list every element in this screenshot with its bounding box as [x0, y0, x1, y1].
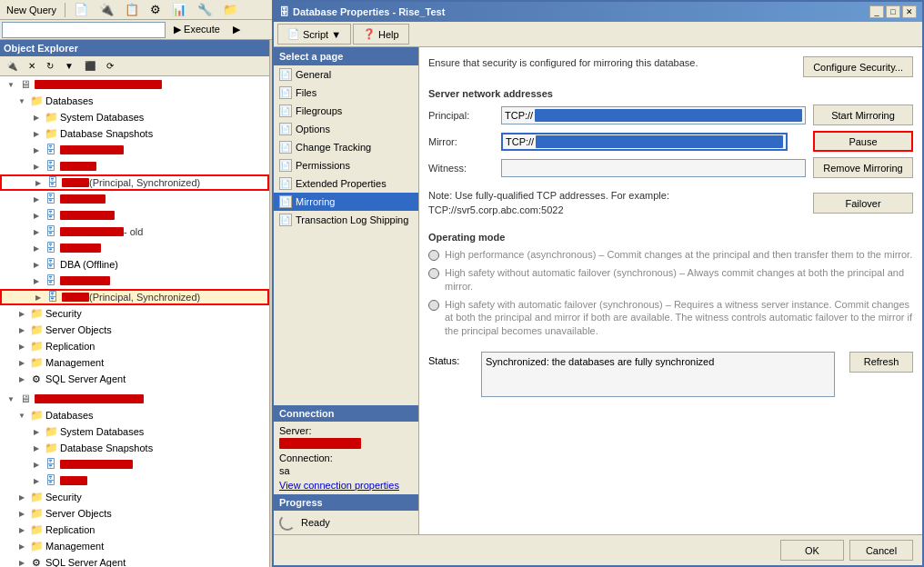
configure-security-btn[interactable]: Configure Security... [803, 56, 913, 77]
databases-item[interactable]: ▼ 📁 Databases [0, 93, 269, 109]
expand-replication2[interactable]: ▶ [15, 522, 29, 537]
help-btn[interactable]: ❓ Help [353, 24, 409, 45]
disconnect-btn[interactable]: ✕ [24, 57, 40, 75]
expand-db6[interactable]: ▶ [29, 241, 44, 255]
pause-btn[interactable]: Pause [813, 131, 913, 152]
server-root2-item[interactable]: ▼ 🖥 [0, 391, 269, 407]
databases2-item[interactable]: ▼ 📁 Databases [0, 407, 269, 423]
start-mirroring-btn[interactable]: Start Mirroring [813, 104, 913, 125]
view-connection-link[interactable]: View connection properties [279, 480, 399, 491]
connect-btn[interactable]: 🔌 [2, 57, 22, 75]
toolbar-icon-5[interactable]: 📊 [167, 1, 191, 19]
snapshots2-item[interactable]: ▶ 📁 Database Snapshots [0, 440, 269, 456]
security-item[interactable]: ▶ 📁 Security [0, 305, 269, 322]
toolbar-icon-1[interactable]: 📄 [69, 1, 93, 19]
db-redacted-4[interactable]: ▶ 🗄 [0, 207, 269, 224]
expand-sql-agent[interactable]: ▶ [15, 372, 29, 386]
expand-sql-agent2[interactable]: ▶ [15, 555, 29, 567]
expand-db2[interactable]: ▶ [29, 159, 44, 174]
db-snapshots-item[interactable]: ▶ 📁 Database Snapshots [0, 125, 269, 142]
server-root-item[interactable]: ▼ 🖥 [0, 76, 269, 93]
nav-item-permissions[interactable]: 📄 Permissions [274, 156, 418, 174]
db-rise-item[interactable]: ▶ 🗄 [0, 472, 269, 489]
expand-db5[interactable]: ▶ [29, 224, 44, 239]
expand-db1[interactable]: ▶ [29, 143, 44, 157]
new-query-btn[interactable]: New Query [2, 1, 61, 19]
principal-input[interactable]: TCP:// [501, 106, 806, 124]
refresh-btn[interactable]: Refresh [849, 352, 913, 373]
expand-snapshots2[interactable]: ▶ [29, 441, 44, 455]
nav-item-options[interactable]: 📄 Options [274, 120, 418, 138]
db-redacted-8[interactable]: ▶ 🗄 [0, 456, 269, 472]
security2-item[interactable]: ▶ 📁 Security [0, 489, 269, 505]
highlighted-db-item[interactable]: ▶ 🗄 (Principal, Synchronized) [0, 174, 269, 191]
radio-btn-1[interactable] [428, 250, 439, 261]
nav-item-filegroups[interactable]: 📄 Filegroups [274, 102, 418, 120]
expand-sys-db[interactable]: ▶ [29, 110, 44, 124]
query-input[interactable] [2, 22, 166, 38]
expand-rise[interactable]: ▶ [29, 473, 44, 488]
stop-btn[interactable]: ⬛ [80, 57, 100, 75]
sync-btn[interactable]: ⟳ [102, 57, 118, 75]
toolbar-icon-3[interactable]: 📋 [120, 1, 144, 19]
witness-input[interactable] [501, 159, 806, 177]
db-redacted-6[interactable]: ▶ 🗄 [0, 240, 269, 256]
expand-replication[interactable]: ▶ [15, 339, 29, 353]
nav-item-general[interactable]: 📄 General [274, 65, 418, 84]
management2-item[interactable]: ▶ 📁 Management [0, 538, 269, 554]
expand-sys-db2[interactable]: ▶ [29, 424, 44, 439]
execute-btn[interactable]: ▶ Execute [169, 21, 225, 39]
refresh-tree-btn[interactable]: ↻ [42, 57, 58, 75]
toolbar-icon-2[interactable]: 🔌 [95, 1, 118, 19]
parse-btn[interactable]: ▶ [228, 21, 245, 39]
expand-principal[interactable]: ▶ [31, 290, 45, 304]
expand-highlighted-db[interactable]: ▶ [31, 175, 45, 190]
management-item[interactable]: ▶ 📁 Management [0, 354, 269, 371]
expand-management2[interactable]: ▶ [15, 539, 29, 553]
expand-db3[interactable]: ▶ [29, 192, 44, 206]
script-btn[interactable]: 📄 Script ▼ [277, 24, 351, 45]
expand-security2[interactable]: ▶ [15, 490, 29, 504]
toolbar-icon-7[interactable]: 📁 [218, 1, 242, 19]
replication2-item[interactable]: ▶ 📁 Replication [0, 522, 269, 538]
principal-sync-item[interactable]: ▶ 🗄 (Principal, Synchronized) [0, 289, 269, 305]
sql-agent2-item[interactable]: ▶ ⚙ SQL Server Agent [0, 554, 269, 567]
system-databases-item[interactable]: ▶ 📁 System Databases [0, 109, 269, 125]
expand-db7[interactable]: ▶ [29, 274, 44, 288]
cancel-btn[interactable]: Cancel [849, 540, 913, 561]
expand-dba[interactable]: ▶ [29, 257, 44, 272]
expand-server2[interactable]: ▼ [4, 392, 18, 406]
minimize-btn[interactable]: _ [869, 5, 884, 18]
mirror-input[interactable]: TCP:// ▶ [501, 133, 788, 151]
expand-snapshots[interactable]: ▶ [29, 126, 44, 141]
failover-btn[interactable]: Failover [813, 193, 913, 214]
db-redacted-5[interactable]: ▶ 🗄 - old [0, 224, 269, 240]
expand-security[interactable]: ▶ [15, 306, 29, 321]
db-redacted-1[interactable]: ▶ 🗄 [0, 142, 269, 158]
ok-btn[interactable]: OK [780, 540, 844, 561]
toolbar-icon-4[interactable]: ⚙ [146, 1, 166, 19]
server-objects-item[interactable]: ▶ 📁 Server Objects [0, 322, 269, 338]
expand-server[interactable]: ▼ [4, 77, 18, 92]
db-redacted-2[interactable]: ▶ 🗄 [0, 158, 269, 174]
close-btn[interactable]: ✕ [902, 5, 917, 18]
maximize-btn[interactable]: □ [886, 5, 900, 18]
sql-agent-item[interactable]: ▶ ⚙ SQL Server Agent [0, 371, 269, 387]
db-redacted-3[interactable]: ▶ 🗄 [0, 191, 269, 207]
expand-management[interactable]: ▶ [15, 355, 29, 370]
nav-item-extended-props[interactable]: 📄 Extended Properties [274, 174, 418, 193]
dba-offline-item[interactable]: ▶ 🗄 DBA (Offline) [0, 256, 269, 273]
filter-btn[interactable]: ▼ [60, 57, 78, 75]
db-redacted-7[interactable]: ▶ 🗄 [0, 273, 269, 289]
expand-databases[interactable]: ▼ [15, 94, 29, 108]
remove-mirroring-btn[interactable]: Remove Mirroring [813, 157, 913, 178]
radio-btn-2[interactable] [428, 268, 439, 279]
expand-databases2[interactable]: ▼ [15, 408, 29, 423]
nav-item-mirroring[interactable]: 📄 Mirroring [274, 193, 418, 211]
expand-server-objects[interactable]: ▶ [15, 323, 29, 337]
expand-server-objects2[interactable]: ▶ [15, 506, 29, 521]
replication-item[interactable]: ▶ 📁 Replication [0, 338, 269, 354]
radio-btn-3[interactable] [428, 300, 439, 311]
expand-db8[interactable]: ▶ [29, 457, 44, 472]
server-objects2-item[interactable]: ▶ 📁 Server Objects [0, 505, 269, 522]
